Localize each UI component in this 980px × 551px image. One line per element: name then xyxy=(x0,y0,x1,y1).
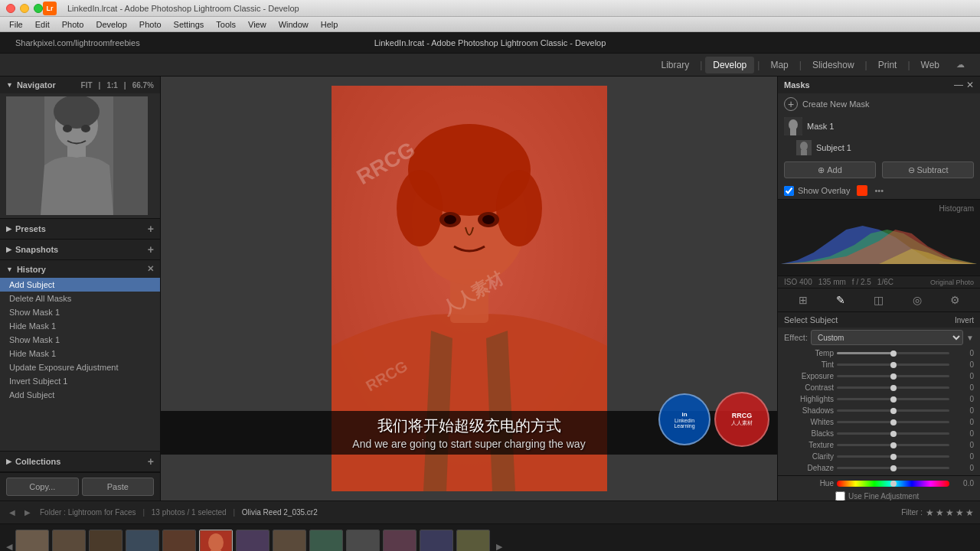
menu-develop[interactable]: Develop xyxy=(90,17,132,31)
history-item[interactable]: Add Subject xyxy=(0,278,160,292)
create-new-mask-button[interactable]: + Create New Mask xyxy=(778,93,980,115)
history-header[interactable]: ▼ History ✕ xyxy=(0,260,160,278)
blacks-slider-track[interactable] xyxy=(837,432,949,435)
add-mask-button[interactable]: ⊕ Add xyxy=(784,161,876,178)
fine-adjustment-checkbox[interactable] xyxy=(835,491,845,500)
filmstrip-thumb-13[interactable] xyxy=(456,530,490,552)
copy-button[interactable]: Copy... xyxy=(6,478,79,496)
dehaze-slider-thumb[interactable] xyxy=(890,465,897,471)
cloud-icon[interactable]: ☁ xyxy=(956,60,965,70)
zoom-fit[interactable]: FIT xyxy=(81,81,93,90)
filmstrip-thumb-8[interactable] xyxy=(273,530,306,552)
tab-web[interactable]: Web xyxy=(913,57,947,73)
history-item[interactable]: Update Exposure Adjustment xyxy=(0,360,160,374)
masks-close-icon[interactable]: ✕ xyxy=(966,80,974,90)
paste-button[interactable]: Paste xyxy=(82,478,155,496)
history-item[interactable]: Hide Mask 1 xyxy=(0,347,160,360)
menu-window[interactable]: Window xyxy=(273,17,315,31)
history-item[interactable]: Hide Mask 1 xyxy=(0,319,160,333)
clarity-slider-thumb[interactable] xyxy=(890,454,897,460)
star-1[interactable]: ★ xyxy=(926,507,934,518)
temp-slider-thumb[interactable] xyxy=(890,350,897,357)
filmstrip-thumb-9[interactable] xyxy=(309,530,343,552)
tab-slideshow[interactable]: Slideshow xyxy=(805,57,862,73)
brush-tool-icon[interactable]: ✎ xyxy=(832,292,849,308)
history-item[interactable]: Delete All Masks xyxy=(0,292,160,305)
contrast-slider-track[interactable] xyxy=(837,386,949,389)
dehaze-slider-track[interactable] xyxy=(837,467,949,469)
shadows-slider-track[interactable] xyxy=(837,409,949,412)
whites-slider-thumb[interactable] xyxy=(890,419,897,425)
filmstrip-arrow-right-icon[interactable]: ▶ xyxy=(496,542,502,551)
subject-1-item[interactable]: Subject 1 xyxy=(778,138,980,158)
menu-help[interactable]: Help xyxy=(315,17,345,31)
history-item[interactable]: Add Subject xyxy=(0,388,160,400)
hue-slider-track[interactable] xyxy=(837,481,949,487)
tint-slider-track[interactable] xyxy=(837,364,949,366)
overlay-options-icon[interactable]: ••• xyxy=(874,186,884,195)
presets-add-button[interactable]: + xyxy=(148,223,154,235)
mask-1-item[interactable]: Mask 1 xyxy=(778,115,980,138)
hue-slider-thumb[interactable] xyxy=(890,481,897,487)
history-item[interactable]: Show Mask 1 xyxy=(0,305,160,319)
tab-library[interactable]: Library xyxy=(653,57,697,73)
filmstrip-thumb-5[interactable] xyxy=(162,530,196,552)
highlights-slider-thumb[interactable] xyxy=(890,396,897,403)
menu-settings[interactable]: Settings xyxy=(168,17,211,31)
filmstrip-thumb-10[interactable] xyxy=(346,530,380,552)
effect-select[interactable]: Custom xyxy=(811,330,963,345)
menu-photo2[interactable]: Photo xyxy=(133,17,168,31)
film-nav-forward-icon[interactable]: ▶ xyxy=(21,507,34,519)
clarity-slider-track[interactable] xyxy=(837,455,949,458)
menu-photo[interactable]: Photo xyxy=(56,17,90,31)
tab-map[interactable]: Map xyxy=(763,57,795,73)
invert-button[interactable]: Invert xyxy=(955,316,974,324)
snapshots-add-button[interactable]: + xyxy=(148,243,154,256)
star-4[interactable]: ★ xyxy=(956,507,964,518)
window-controls[interactable] xyxy=(6,4,43,13)
film-nav-back-icon[interactable]: ◀ xyxy=(6,507,18,519)
whites-slider-track[interactable] xyxy=(837,421,949,423)
maximize-window-button[interactable] xyxy=(34,4,43,13)
filmstrip-thumb-2[interactable] xyxy=(52,530,86,552)
exposure-slider-thumb[interactable] xyxy=(890,373,897,380)
exposure-slider-track[interactable] xyxy=(837,375,949,377)
filmstrip-thumb-6[interactable] xyxy=(199,530,233,552)
contrast-slider-thumb[interactable] xyxy=(890,385,897,391)
zoom-custom[interactable]: 66.7% xyxy=(132,81,154,90)
shadows-slider-thumb[interactable] xyxy=(890,408,897,414)
star-2[interactable]: ★ xyxy=(936,507,944,518)
snapshots-header[interactable]: ▶ Snapshots + xyxy=(0,240,160,259)
subtract-mask-button[interactable]: ⊖ Subtract xyxy=(882,161,974,178)
tab-develop[interactable]: Develop xyxy=(705,57,754,73)
filmstrip-thumb-11[interactable] xyxy=(383,530,416,552)
menu-edit[interactable]: Edit xyxy=(29,17,56,31)
tint-slider-thumb[interactable] xyxy=(890,362,897,368)
filmstrip-thumb-7[interactable] xyxy=(236,530,270,552)
blacks-slider-thumb[interactable] xyxy=(890,431,897,437)
crop-tool-icon[interactable]: ⊞ xyxy=(795,292,812,308)
overlay-color-swatch[interactable] xyxy=(857,185,867,196)
temp-slider-track[interactable] xyxy=(837,352,949,354)
tab-print[interactable]: Print xyxy=(871,57,905,73)
close-window-button[interactable] xyxy=(6,4,15,13)
texture-slider-thumb[interactable] xyxy=(890,442,897,448)
filmstrip-thumb-1[interactable] xyxy=(15,530,49,552)
filmstrip-arrow-left-icon[interactable]: ◀ xyxy=(6,542,12,551)
highlights-slider-track[interactable] xyxy=(837,398,949,400)
minimize-window-button[interactable] xyxy=(20,4,29,13)
history-item[interactable]: Invert Subject 1 xyxy=(0,374,160,388)
collections-header[interactable]: ▶ Collections + xyxy=(0,452,160,471)
filmstrip-thumb-12[interactable] xyxy=(420,530,453,552)
menu-view[interactable]: View xyxy=(242,17,273,31)
filmstrip-thumb-3[interactable] xyxy=(89,530,122,552)
filmstrip-thumb-4[interactable] xyxy=(126,530,159,552)
masks-minimize-icon[interactable]: — xyxy=(954,80,963,90)
settings-icon[interactable]: ⚙ xyxy=(946,292,963,308)
navigator-header[interactable]: ▼ Navigator FIT | 1:1 | 66.7% xyxy=(0,77,160,93)
radial-filter-icon[interactable]: ◎ xyxy=(909,292,926,308)
menu-tools[interactable]: Tools xyxy=(210,17,242,31)
presets-header[interactable]: ▶ Presets + xyxy=(0,219,160,239)
collections-add-button[interactable]: + xyxy=(148,455,154,468)
history-item[interactable]: Show Mask 1 xyxy=(0,333,160,347)
